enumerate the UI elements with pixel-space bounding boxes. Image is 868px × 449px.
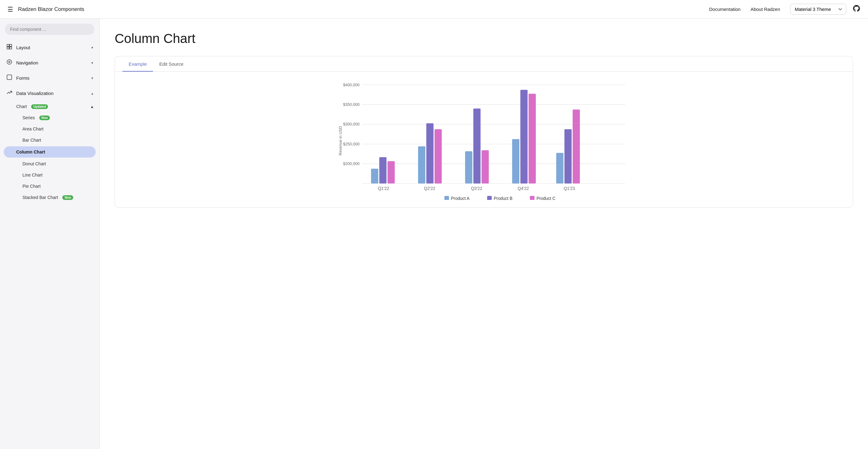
sidebar-item-line-chart[interactable]: Line Chart [0,169,99,181]
theme-select[interactable]: Material 3 Theme Default Theme Dark Them… [790,4,846,14]
svg-text:Q3'22: Q3'22 [471,186,482,191]
pie-chart-label: Pie Chart [23,184,40,189]
svg-rect-6 [7,75,12,80]
tab-edit-source[interactable]: Edit Source [153,56,190,72]
chart-expand-icon: ▴ [91,104,93,109]
card-body: $400,000 $350,000 $300,000 $250,000 $200… [115,72,853,207]
layout-icon [6,43,12,52]
bar-q222-b [426,123,433,183]
datavis-chevron-icon: ▴ [91,91,93,96]
sidebar-item-donut-chart[interactable]: Donut Chart [0,158,99,169]
svg-text:Q2'22: Q2'22 [424,186,435,191]
sidebar-item-datavis[interactable]: Data Visualization ▴ [0,86,99,101]
bar-q422-b [520,90,527,183]
svg-text:Q4'22: Q4'22 [518,186,529,191]
bar-q422-a [512,139,519,184]
bar-q322-c [482,150,489,184]
sidebar-item-forms[interactable]: Forms ▾ [0,70,99,86]
sidebar-item-navigation[interactable]: Navigation ▾ [0,55,99,70]
about-link[interactable]: About Radzen [750,6,780,12]
datavis-icon [6,89,12,97]
navigation-chevron-icon: ▾ [91,61,93,65]
svg-rect-2 [7,47,9,49]
sidebar-group-datavis: Data Visualization ▴ Chart Updated ▴ Ser… [0,86,99,203]
sidebar-item-stacked-bar-chart[interactable]: Stacked Bar Chart New [0,192,99,203]
sidebar-item-chart[interactable]: Chart Updated ▴ [0,101,99,112]
svg-point-4 [7,60,12,64]
bar-q122-c [388,161,395,183]
bar-q222-a [418,146,425,183]
sidebar-item-series[interactable]: Series New [0,112,99,123]
svg-text:Q1'22: Q1'22 [378,186,389,191]
column-chart-label: Column Chart [16,150,45,155]
stacked-bar-chart-label: Stacked Bar Chart [23,195,58,200]
topnav: ☰ Radzen Blazor Components Documentation… [0,0,868,19]
svg-text:$350,000: $350,000 [343,102,360,107]
bar-q123-b [564,129,572,183]
svg-rect-26 [487,196,492,200]
bar-chart-label: Bar Chart [23,138,41,142]
svg-text:Q1'23: Q1'23 [564,186,575,191]
bar-q123-a [556,153,563,183]
stacked-bar-new-badge: New [62,195,73,200]
sidebar-group-layout: Layout ▾ [0,40,99,55]
svg-text:$250,000: $250,000 [343,142,360,146]
bar-q222-c [435,129,442,183]
page-title: Column Chart [115,31,853,46]
sidebar-group-navigation-label: Navigation [16,60,91,65]
app-body: Layout ▾ Navigation ▾ Forms ▾ [0,19,868,449]
bar-q122-a [371,169,378,184]
tab-example[interactable]: Example [122,56,153,72]
search-input[interactable] [5,24,94,35]
sidebar-group-layout-label: Layout [16,45,91,50]
documentation-link[interactable]: Documentation [709,6,741,12]
svg-text:$400,000: $400,000 [343,83,360,87]
svg-rect-3 [10,47,12,49]
sidebar-item-bar-chart[interactable]: Bar Chart [0,134,99,146]
sidebar-group-navigation: Navigation ▾ [0,55,99,70]
series-new-badge: New [39,116,50,120]
topnav-links: Documentation About Radzen [709,6,780,12]
svg-text:Product A: Product A [451,196,469,200]
svg-text:$300,000: $300,000 [343,122,360,126]
sidebar-group-datavis-label: Data Visualization [16,91,91,96]
sidebar-item-column-chart[interactable]: Column Chart [4,146,96,158]
menu-icon[interactable]: ☰ [7,6,13,13]
bar-q322-a [465,151,472,183]
navigation-icon [6,59,12,67]
sidebar-group-forms: Forms ▾ [0,70,99,86]
sidebar-item-pie-chart[interactable]: Pie Chart [0,181,99,192]
github-icon[interactable] [852,4,861,14]
svg-text:Product B: Product B [494,196,513,200]
sidebar-item-area-chart[interactable]: Area Chart [0,123,99,134]
sidebar: Layout ▾ Navigation ▾ Forms ▾ [0,19,100,449]
svg-rect-28 [530,196,535,200]
bar-q322-b [473,109,480,184]
svg-rect-1 [10,44,12,47]
svg-rect-0 [7,44,9,47]
svg-text:$200,000: $200,000 [343,162,360,166]
bar-q422-c [529,94,536,183]
forms-icon [6,74,12,82]
chart-label: Chart [16,104,27,109]
layout-chevron-icon: ▾ [91,45,93,50]
svg-text:Product C: Product C [536,196,556,200]
main-card: Example Edit Source $400,000 [115,56,853,208]
chart-container: $400,000 $350,000 $300,000 $250,000 $200… [122,82,845,200]
svg-rect-24 [444,196,449,200]
line-chart-label: Line Chart [23,172,43,178]
series-label: Series [23,115,35,120]
area-chart-label: Area Chart [23,126,43,131]
main-content: Column Chart Example Edit Source [100,19,868,449]
donut-chart-label: Donut Chart [23,161,46,166]
chart-updated-badge: Updated [31,104,48,109]
svg-text:Revenue in USD: Revenue in USD [338,126,343,155]
column-chart-svg: $400,000 $350,000 $300,000 $250,000 $200… [122,82,845,200]
bar-q123-c [572,109,580,184]
forms-chevron-icon: ▾ [91,76,93,80]
sidebar-item-layout[interactable]: Layout ▾ [0,40,99,55]
card-tabs: Example Edit Source [115,56,853,72]
sidebar-group-forms-label: Forms [16,75,91,81]
bar-q122-b [379,157,386,183]
brand-name: Radzen Blazor Components [18,6,709,12]
